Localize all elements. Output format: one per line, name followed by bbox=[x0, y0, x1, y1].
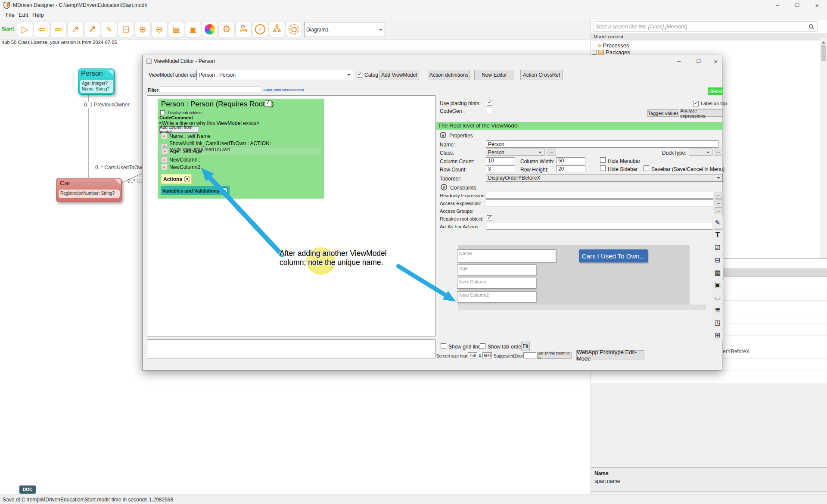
viewmodel-green-panel: Person : Person (Requires Root) Display … bbox=[158, 99, 324, 199]
screen-height-field[interactable]: 600 bbox=[482, 352, 492, 358]
filter-input[interactable] bbox=[159, 87, 260, 93]
new-editor-button[interactable]: New Editor bbox=[474, 70, 514, 80]
name-field[interactable]: Person bbox=[486, 140, 718, 148]
edit-field-tool[interactable]: ✎ bbox=[712, 217, 723, 228]
action-crossref-button[interactable]: Action CrossRef bbox=[520, 70, 563, 80]
grid-row[interactable]: erYBeforeX bbox=[723, 348, 749, 355]
run-prototype-button[interactable]: ▣ bbox=[185, 22, 201, 37]
color-wheel-button[interactable] bbox=[202, 22, 218, 37]
readonly-expression-field[interactable] bbox=[486, 192, 713, 199]
preview-newcolumn-field[interactable]: New Column bbox=[457, 278, 536, 289]
structure-tree-button[interactable] bbox=[269, 22, 285, 37]
checkbox-tool[interactable]: ☑ bbox=[712, 242, 723, 253]
set-shrink-zoom-button[interactable]: Set shrink zoom to fit bbox=[537, 352, 572, 359]
maximize-button[interactable]: ☐ bbox=[787, 0, 807, 10]
requires-root-checkbox[interactable] bbox=[265, 100, 271, 107]
button-tool[interactable]: ▭ bbox=[712, 292, 723, 303]
text-label-tool[interactable]: T bbox=[712, 230, 723, 241]
close-button[interactable]: × bbox=[807, 0, 827, 10]
analyze-expressions-button[interactable]: Analyze expressions bbox=[680, 109, 723, 117]
webapp-prototype-button[interactable]: WebApp Prototype Edit-Mode bbox=[576, 350, 644, 360]
class-picker-button[interactable]: ... bbox=[547, 149, 556, 156]
dialog-minimize-button[interactable]: ─ bbox=[672, 56, 686, 66]
hide-sidebar-label: Hide Sidebar bbox=[608, 166, 637, 172]
preview-name-field[interactable]: Name bbox=[457, 249, 556, 262]
show-tab-order-checkbox[interactable] bbox=[480, 343, 485, 349]
display-sub-column-checkbox[interactable] bbox=[160, 110, 165, 115]
constraints-collapse-icon[interactable]: ∨ bbox=[441, 184, 447, 190]
sidebar-item-processes[interactable]: » Processes bbox=[598, 42, 629, 49]
car-class-attributes: RegistrationNumber: String? bbox=[59, 190, 120, 198]
list-tool[interactable]: ≣ bbox=[712, 305, 723, 316]
viewmodel-under-edit-select[interactable]: Person : Person bbox=[196, 70, 353, 80]
scrollbar-thumb[interactable] bbox=[821, 45, 826, 61]
model-search-box[interactable]: Start a search like this [Class].[Member… bbox=[594, 21, 818, 32]
preview-cars-owned-button[interactable]: Cars I Used To Own... bbox=[579, 249, 648, 262]
hide-sidebar-checkbox[interactable] bbox=[600, 165, 606, 171]
savebar-checkbox[interactable] bbox=[644, 165, 649, 171]
fit-button[interactable]: Fit bbox=[521, 342, 530, 351]
user-roles-button[interactable] bbox=[236, 22, 251, 37]
preview-age-field[interactable]: Age bbox=[457, 264, 536, 275]
scroll-up-icon[interactable] bbox=[822, 40, 825, 44]
access-groups-picker[interactable]: ... bbox=[715, 207, 722, 214]
tree-expander-icon[interactable]: − bbox=[592, 50, 597, 55]
code-window-tool[interactable]: ⊞ bbox=[712, 330, 723, 341]
readonly-expression-picker[interactable]: ... bbox=[715, 192, 722, 199]
image-tool[interactable]: ▣ bbox=[712, 280, 723, 291]
sync-button[interactable] bbox=[286, 22, 302, 37]
codegen-checkbox[interactable] bbox=[487, 108, 492, 113]
person-link[interactable]: Person bbox=[292, 88, 304, 92]
dialog-maximize-button[interactable]: ☐ bbox=[691, 56, 706, 66]
hide-menubar-checkbox[interactable] bbox=[600, 157, 606, 163]
requires-root-object-checkbox[interactable] bbox=[487, 215, 492, 221]
label-on-top-checkbox[interactable] bbox=[693, 101, 699, 106]
close-icon: × bbox=[714, 58, 718, 65]
preview-newcolumn2-field[interactable]: New Column2 bbox=[457, 291, 536, 302]
doc-badge[interactable]: DOC bbox=[19, 485, 36, 494]
refresh-circle-icon[interactable]: ↻ bbox=[221, 187, 228, 194]
autoformperson-link[interactable]: AutoFormPerson bbox=[263, 88, 292, 92]
vm-column-newcolumn2[interactable]: NewColumn2 : bbox=[161, 164, 203, 170]
taborder-select[interactable]: DisplayOrderYBeforeX bbox=[486, 174, 723, 182]
action-definitions-button[interactable]: Action definitions bbox=[428, 70, 470, 80]
class-select[interactable]: Person bbox=[486, 149, 544, 156]
row-height-field[interactable]: 20 bbox=[556, 165, 585, 172]
minimize-button[interactable]: ─ bbox=[768, 0, 787, 10]
name-label: Name: bbox=[440, 142, 455, 148]
dialog-close-button[interactable]: × bbox=[709, 56, 722, 66]
variables-validations-bar[interactable]: Variables and Validations ↻ bbox=[161, 186, 230, 195]
use-placing-hints-checkbox[interactable] bbox=[487, 100, 492, 106]
show-grid-lines-label: Show grid lines bbox=[448, 344, 483, 350]
column-count-field[interactable]: 10 bbox=[486, 157, 515, 164]
row-count-field[interactable]: 3 bbox=[486, 165, 515, 172]
settings-button[interactable]: ⚙ bbox=[219, 22, 234, 37]
act-as-for-actions-field[interactable] bbox=[486, 223, 713, 230]
show-grid-lines-checkbox[interactable] bbox=[441, 343, 446, 349]
ducktype-picker-button[interactable]: ... bbox=[714, 149, 722, 156]
validate-button[interactable]: ✓ bbox=[252, 22, 268, 37]
vm-column-newcolumn[interactable]: NewColumn : bbox=[161, 156, 200, 163]
vm-column-name[interactable]: Name : self.Name bbox=[161, 133, 211, 139]
actions-expander-button[interactable]: Actions ∨ bbox=[161, 174, 192, 184]
properties-collapse-icon[interactable]: ∧ bbox=[440, 132, 446, 138]
tagged-values-button[interactable]: Tagged values bbox=[647, 109, 679, 117]
add-column-from-model-button[interactable]: Add column from model bbox=[159, 126, 199, 133]
access-expression-picker[interactable]: ... bbox=[715, 199, 722, 206]
car-class-box[interactable]: Car RegistrationNumber: String? bbox=[56, 178, 122, 202]
object-cube-tool[interactable]: ◳ bbox=[712, 317, 723, 328]
add-viewmodel-button[interactable]: Add ViewModel bbox=[379, 70, 419, 80]
screen-width-field[interactable]: 758 bbox=[468, 352, 477, 358]
categ-checkbox[interactable] bbox=[357, 72, 362, 78]
diagram-selector[interactable]: Diagram1 bbox=[304, 22, 385, 37]
uifirst-badge[interactable]: UIFirst bbox=[708, 87, 723, 95]
access-expression-field[interactable] bbox=[486, 199, 713, 206]
ducktype-select[interactable] bbox=[689, 149, 712, 156]
combobox-tool[interactable]: ⊟ bbox=[712, 255, 723, 266]
column-width-field[interactable]: 50 bbox=[556, 157, 585, 164]
calendar-tool[interactable]: ▦ bbox=[712, 267, 723, 278]
vm-column-age[interactable]: Age : self.Age bbox=[159, 147, 321, 155]
person-class-box[interactable]: Person Age: Integer? Name: String? bbox=[78, 68, 115, 95]
suggested-zoom-field[interactable] bbox=[523, 352, 536, 358]
column-count-label: Column Count: bbox=[440, 159, 474, 165]
